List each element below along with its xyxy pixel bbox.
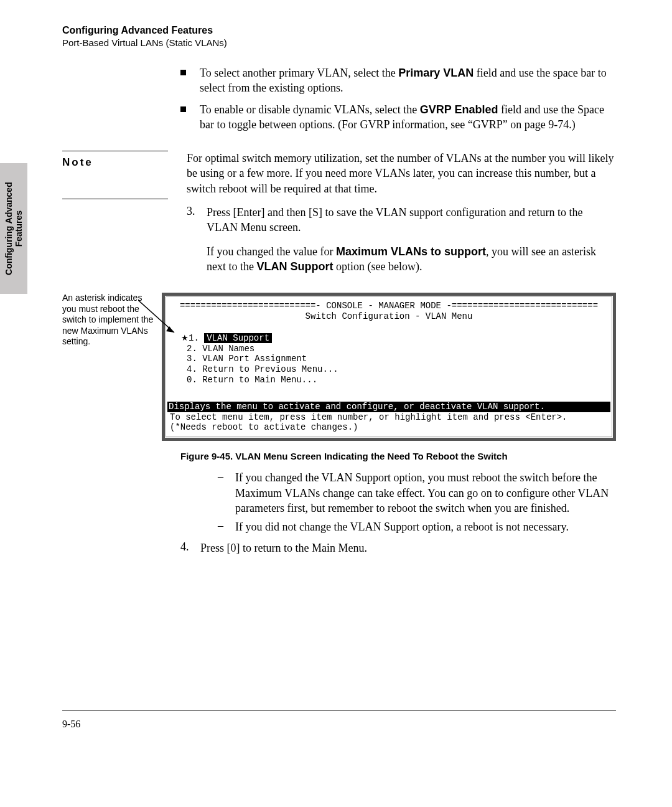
step-3: 3. Press [Enter] and then [S] to save th… — [187, 205, 616, 274]
note-label-column: Note — [62, 151, 187, 274]
note-block: Note For optimal switch memory utilizati… — [62, 151, 616, 274]
console-description: Displays the menu to activate and config… — [167, 402, 610, 412]
note-label: Note — [62, 156, 180, 169]
square-bullet-icon — [180, 70, 186, 75]
dash-item: – If you did not change the VLAN Support… — [218, 519, 616, 534]
step-body: Press [0] to return to the Main Menu. — [200, 540, 616, 555]
step-4: 4. Press [0] to return to the Main Menu. — [180, 540, 616, 555]
menu-item-4: 4. Return to Previous Menu... — [187, 364, 608, 375]
step-number: 3. — [187, 205, 207, 274]
console-help-2: (*Needs reboot to activate changes.) — [170, 422, 608, 433]
console-subtitle: Switch Configuration - VLAN Menu — [170, 311, 608, 322]
dash-text: If you changed the VLAN Support option, … — [235, 470, 616, 516]
page: Configuring Advanced Features Port-Based… — [0, 0, 672, 556]
note-body: For optimal switch memory utilization, s… — [187, 151, 616, 196]
bullet-text: To select another primary VLAN, select t… — [200, 65, 616, 96]
console-screenshot: ==========================- CONSOLE - MA… — [162, 293, 616, 441]
section-title: Port-Based Virtual LANs (Static VLANs) — [62, 37, 616, 48]
console-box: ==========================- CONSOLE - MA… — [162, 293, 616, 441]
bullet-text: To enable or disable dynamic VLANs, sele… — [200, 102, 616, 133]
square-bullet-icon — [180, 106, 186, 112]
figure-caption: Figure 9-45. VLAN Menu Screen Indicating… — [180, 451, 616, 461]
figure-row: An asterisk indicates you must reboot th… — [62, 293, 616, 441]
page-number: 9-56 — [62, 719, 80, 730]
console-header: ==========================- CONSOLE - MA… — [170, 301, 608, 311]
arrow-icon — [138, 300, 182, 344]
svg-marker-1 — [166, 326, 174, 333]
dash-bullet: – — [218, 519, 235, 534]
note-rule-top — [62, 151, 168, 151]
console-menu: ★1. VLAN Support 2. VLAN Names 3. VLAN P… — [181, 333, 608, 385]
dash-list: – If you changed the VLAN Support option… — [180, 470, 616, 534]
dash-item: – If you changed the VLAN Support option… — [218, 470, 616, 516]
body-content: To select another primary VLAN, select t… — [180, 65, 616, 132]
menu-item-3: 3. VLAN Port Assignment — [187, 354, 608, 364]
menu-item-1: ★1. VLAN Support — [181, 333, 608, 344]
step-body: Press [Enter] and then [S] to save the V… — [207, 205, 616, 274]
running-header: Configuring Advanced Features Port-Based… — [62, 25, 616, 48]
dash-bullet: – — [218, 470, 235, 516]
dash-text: If you did not change the VLAN Support o… — [235, 519, 569, 534]
menu-item-0: 0. Return to Main Menu... — [187, 375, 608, 385]
menu-item-2: 2. VLAN Names — [187, 344, 608, 354]
note-rule-bottom — [62, 199, 168, 199]
console-help-1: To select menu item, press item number, … — [170, 412, 608, 423]
bullet-item: To enable or disable dynamic VLANs, sele… — [180, 102, 616, 133]
footer-rule — [62, 710, 616, 710]
step-number: 4. — [180, 540, 200, 555]
bullet-item: To select another primary VLAN, select t… — [180, 65, 616, 96]
chapter-title: Configuring Advanced Features — [62, 25, 616, 36]
